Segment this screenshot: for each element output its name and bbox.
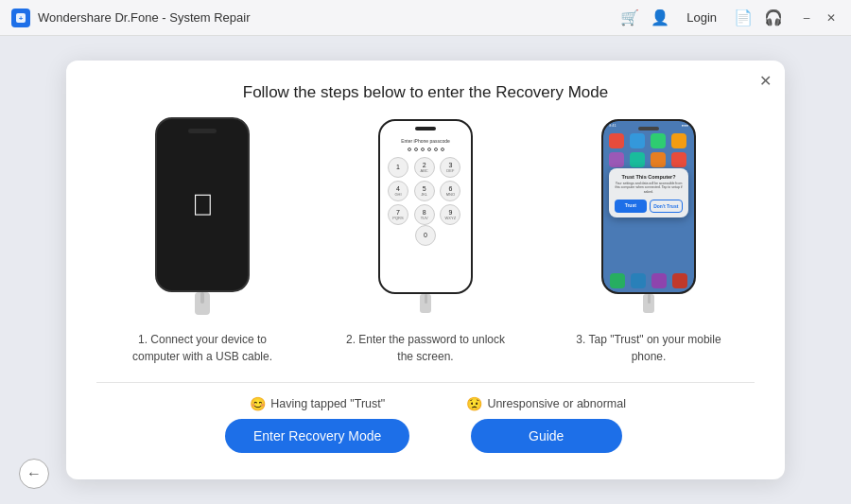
enter-recovery-group: 😊 Having tapped "Trust" Enter Recovery M…	[225, 396, 409, 453]
main-area: ✕ Follow the steps below to enter the Re…	[0, 36, 851, 504]
dock-icon-4	[672, 273, 687, 288]
numpad: 1 2ABC 3DEF 4GHI 5JKL 6MNO 7PQRS 8TUV 9W…	[388, 157, 463, 225]
numkey-5: 5JKL	[414, 181, 435, 201]
app-8	[671, 152, 686, 167]
document-icon[interactable]: 📄	[734, 9, 753, 27]
numkey-0: 0	[415, 225, 436, 246]
app-2	[630, 133, 645, 148]
step-1-col: ⎕ 1. Connect your device to computer wit…	[96, 121, 308, 365]
dialog-close-button[interactable]: ✕	[759, 72, 772, 90]
passcode-label: Enter iPhone passcode	[401, 138, 450, 144]
guide-label: 😟 Unresponsive or abnormal	[466, 396, 626, 411]
enter-recovery-text: Having tapped "Trust"	[270, 397, 385, 410]
step-1-phone-wrap: ⎕	[127, 121, 278, 310]
user-icon[interactable]: 👤	[651, 9, 669, 27]
passcode-dots	[408, 148, 444, 151]
bottom-actions: 😊 Having tapped "Trust" Enter Recovery M…	[96, 396, 755, 453]
step-3-col: 9:41 ●●●	[543, 121, 755, 365]
close-button[interactable]: ✕	[823, 9, 840, 26]
app-4	[671, 133, 686, 148]
numkey-9: 9WXYZ	[440, 204, 460, 225]
step-3-phone-wrap: 9:41 ●●●	[573, 121, 724, 310]
dialog-title: Follow the steps below to enter the Reco…	[96, 83, 755, 102]
trust-trust-button[interactable]: Trust	[615, 200, 647, 213]
trust-title: Trust This Computer?	[615, 174, 683, 180]
window-controls: – ✕	[798, 9, 840, 26]
phone-screen-3: 9:41 ●●●	[603, 121, 694, 292]
step-2-phone: Enter iPhone passcode 1 2ABC 3DEF 4GHI 5…	[378, 119, 473, 294]
numkey-8: 8TUV	[414, 204, 435, 225]
divider	[96, 382, 755, 383]
app-3	[651, 133, 666, 148]
worried-emoji: 😟	[466, 396, 482, 411]
app-title: Wondershare Dr.Fone - System Repair	[38, 10, 620, 25]
numkey-6: 6MNO	[440, 181, 460, 201]
numkey-2: 2ABC	[414, 157, 435, 178]
step-1-phone: ⎕	[155, 117, 250, 292]
numkey-1: 1	[388, 157, 408, 178]
step-2-col: Enter iPhone passcode 1 2ABC 3DEF 4GHI 5…	[320, 121, 531, 365]
trust-dont-button[interactable]: Don't Trust	[650, 200, 684, 213]
status-bar: 9:41 ●●●	[603, 121, 694, 130]
minimize-button[interactable]: –	[798, 9, 815, 26]
guide-button[interactable]: Guide	[471, 419, 622, 453]
svg-text:+: +	[19, 14, 24, 23]
trust-dialog: Trust This Computer? Your settings and d…	[609, 168, 688, 218]
headset-icon[interactable]: 🎧	[764, 9, 783, 27]
app-logo: +	[11, 9, 30, 27]
numkey-4: 4GHI	[388, 181, 408, 201]
guide-text: Unresponsive or abnormal	[487, 397, 626, 410]
back-button[interactable]: ←	[19, 459, 49, 489]
numkey-3: 3DEF	[440, 157, 460, 178]
smile-emoji: 😊	[250, 396, 266, 411]
app-grid	[603, 130, 694, 171]
app-6	[630, 152, 645, 167]
enter-recovery-label: 😊 Having tapped "Trust"	[250, 396, 385, 411]
dock-icon-1	[610, 273, 625, 288]
step-2-phone-wrap: Enter iPhone passcode 1 2ABC 3DEF 4GHI 5…	[350, 121, 501, 310]
dock-icon-2	[631, 273, 646, 288]
titlebar: + Wondershare Dr.Fone - System Repair 🛒 …	[0, 0, 851, 36]
dock-icon-3	[651, 273, 667, 288]
cart-icon[interactable]: 🛒	[620, 9, 639, 27]
login-button[interactable]: Login	[681, 9, 722, 26]
numkey-7: 7PQRS	[388, 204, 408, 225]
recovery-mode-dialog: ✕ Follow the steps below to enter the Re…	[66, 61, 785, 479]
step-3-phone: 9:41 ●●●	[601, 119, 696, 294]
trust-buttons: Trust Don't Trust	[615, 200, 683, 213]
usb-icon: ⎕	[195, 189, 211, 219]
titlebar-actions: 🛒 👤 Login 📄 🎧 – ✕	[620, 9, 840, 27]
step-1-desc: 1. Connect your device to computer with …	[117, 331, 287, 365]
app-5	[609, 152, 624, 167]
guide-group: 😟 Unresponsive or abnormal Guide	[466, 396, 626, 453]
app-1	[609, 133, 624, 148]
enter-recovery-button[interactable]: Enter Recovery Mode	[225, 419, 409, 453]
app-7	[651, 152, 666, 167]
trust-body: Your settings and data will be accessibl…	[615, 182, 683, 196]
step-3-desc: 3. Tap "Trust" on your mobile phone.	[564, 331, 734, 365]
step-2-desc: 2. Enter the password to unlock the scre…	[340, 331, 511, 365]
steps-row: ⎕ 1. Connect your device to computer wit…	[96, 121, 755, 365]
